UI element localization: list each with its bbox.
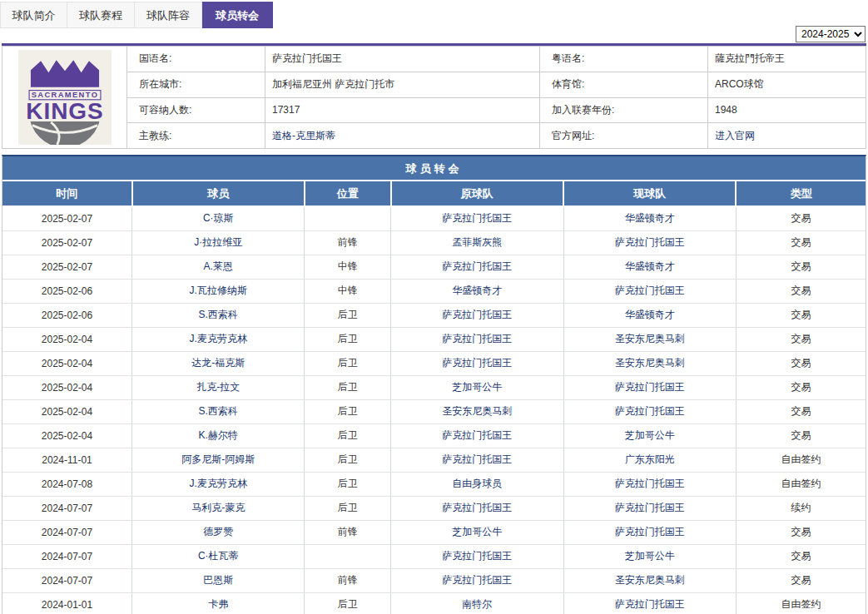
player-link[interactable]: A.莱恩 (204, 260, 233, 272)
team-logo-cell: SACRAMENTO KINGS (2, 47, 127, 149)
from-team-link[interactable]: 圣安东尼奥马刺 (442, 405, 512, 417)
to-team-link[interactable]: 圣安东尼奥马刺 (615, 574, 685, 586)
tab-球队阵容[interactable]: 球队阵容 (135, 2, 202, 28)
player-link[interactable]: S.西索科 (199, 309, 238, 320)
to-team-link[interactable]: 华盛顿奇才 (625, 260, 675, 272)
from-team-link[interactable]: 萨克拉门托国王 (442, 309, 512, 320)
team-info-row: 可容纳人数:17317加入联赛年份:1948 (2, 97, 866, 123)
from-team-link[interactable]: 孟菲斯灰熊 (452, 236, 502, 248)
cell-date: 2025-02-04 (2, 423, 132, 448)
to-team-link[interactable]: 圣安东尼奥马刺 (615, 357, 685, 369)
info-value: 加利福尼亚州 萨克拉门托市 (265, 72, 540, 97)
cell-to-team: 广东东阳光 (563, 448, 736, 472)
to-team-link[interactable]: 萨克拉门托国王 (615, 478, 685, 489)
transfers-title: 球员转会 (2, 156, 866, 181)
player-link[interactable]: 德罗赞 (203, 526, 233, 537)
from-team-link[interactable]: 萨克拉门托国王 (442, 574, 512, 586)
player-link[interactable]: K.赫尔特 (199, 429, 238, 441)
to-team-link[interactable]: 萨克拉门托国王 (615, 598, 685, 610)
player-link[interactable]: C·杜瓦蒂 (198, 550, 239, 562)
cell-player: 达龙-福克斯 (132, 351, 305, 375)
player-link[interactable]: J.麦克劳克林 (190, 478, 247, 489)
from-team-link[interactable]: 自由身球员 (452, 478, 502, 489)
table-row: 2025-02-07J·拉拉维亚前锋孟菲斯灰熊萨克拉门托国王交易 (2, 230, 866, 255)
from-team-link[interactable]: 南特尔 (462, 598, 492, 610)
from-team-link[interactable]: 萨克拉门托国王 (442, 212, 512, 224)
tab-球队赛程[interactable]: 球队赛程 (67, 2, 135, 28)
cell-type: 交易 (736, 351, 866, 375)
to-team-link[interactable]: 萨克拉门托国王 (615, 381, 685, 393)
table-row: 2025-02-04扎克-拉文后卫芝加哥公牛萨克拉门托国王交易 (2, 375, 866, 399)
transfers-table: 时间球员位置原球队现球队类型 2025-02-07C·琼斯萨克拉门托国王华盛顿奇… (2, 181, 866, 614)
to-team-link[interactable]: 圣安东尼奥马刺 (615, 333, 685, 344)
player-link[interactable]: 阿多尼斯-阿姆斯 (181, 453, 255, 465)
player-link[interactable]: J·拉拉维亚 (194, 236, 242, 248)
to-team-link[interactable]: 芝加哥公牛 (625, 429, 675, 441)
player-link[interactable]: C·琼斯 (203, 212, 234, 224)
cell-player: J·拉拉维亚 (132, 230, 305, 255)
cell-player: 巴恩斯 (132, 568, 305, 592)
to-team-link[interactable]: 广东东阳光 (625, 453, 675, 465)
info-value: 17317 (265, 97, 540, 123)
from-team-link[interactable]: 萨克拉门托国王 (442, 550, 512, 562)
cell-type: 交易 (736, 544, 866, 568)
to-team-link[interactable]: 芝加哥公牛 (625, 550, 675, 562)
cell-to-team: 圣安东尼奥马刺 (563, 351, 736, 375)
from-team-link[interactable]: 芝加哥公牛 (452, 381, 502, 393)
to-team-link[interactable]: 萨克拉门托国王 (615, 285, 685, 296)
info-value: 1948 (708, 97, 866, 123)
cell-position: 前锋 (305, 520, 391, 544)
player-link[interactable]: 马利克-蒙克 (191, 502, 245, 513)
player-link[interactable]: S.西索科 (199, 405, 238, 417)
table-row: 2024-07-08J.麦克劳克林后卫自由身球员萨克拉门托国王自由签约 (2, 472, 866, 496)
info-label: 可容纳人数: (127, 97, 265, 123)
team-info-row: SACRAMENTO KINGS 国语名:萨克拉门托国王粤语名:薩克拉門托帝王 (2, 47, 866, 72)
from-team-link[interactable]: 萨克拉门托国王 (442, 502, 512, 513)
from-team-link[interactable]: 萨克拉门托国王 (442, 333, 512, 344)
cell-to-team: 萨克拉门托国王 (563, 399, 736, 423)
player-link[interactable]: 卡弗 (208, 598, 228, 610)
player-link[interactable]: J.瓦拉修纳斯 (190, 285, 247, 296)
cell-from-team: 萨克拉门托国王 (391, 206, 563, 230)
cell-position: 后卫 (305, 351, 391, 375)
info-label: 加入联赛年份: (540, 97, 708, 123)
table-row: 2025-02-07C·琼斯萨克拉门托国王华盛顿奇才交易 (2, 206, 866, 230)
to-team-link[interactable]: 华盛顿奇才 (625, 212, 675, 224)
season-select[interactable]: 2024-2025 (796, 26, 866, 42)
cell-from-team: 萨克拉门托国王 (391, 423, 563, 448)
team-info-panel: SACRAMENTO KINGS 国语名:萨克拉门托国王粤语名:薩克拉門托帝王所… (2, 43, 866, 149)
tab-球员转会[interactable]: 球员转会 (202, 2, 273, 28)
to-team-link[interactable]: 萨克拉门托国王 (615, 502, 685, 513)
from-team-link[interactable]: 萨克拉门托国王 (442, 429, 512, 441)
from-team-link[interactable]: 华盛顿奇才 (452, 285, 502, 296)
to-team-link[interactable]: 萨克拉门托国王 (615, 526, 685, 537)
player-link[interactable]: 达龙-福克斯 (191, 357, 245, 369)
from-team-link[interactable]: 萨克拉门托国王 (442, 357, 512, 369)
from-team-link[interactable]: 萨克拉门托国王 (442, 453, 512, 465)
cell-date: 2025-02-04 (2, 351, 132, 375)
player-link[interactable]: 巴恩斯 (203, 574, 233, 586)
table-row: 2024-07-07C·杜瓦蒂萨克拉门托国王芝加哥公牛交易 (2, 544, 866, 568)
player-link[interactable]: J.麦克劳克林 (190, 333, 247, 344)
tab-球队简介[interactable]: 球队简介 (0, 2, 67, 28)
cell-player: J.麦克劳克林 (132, 327, 305, 351)
cell-position: 后卫 (305, 472, 391, 496)
from-team-link[interactable]: 萨克拉门托国王 (442, 260, 512, 272)
cell-to-team: 萨克拉门托国王 (563, 592, 736, 614)
to-team-link[interactable]: 萨克拉门托国王 (615, 405, 685, 417)
info-value: 萨克拉门托国王 (265, 47, 540, 72)
cell-from-team: 萨克拉门托国王 (391, 327, 563, 351)
player-link[interactable]: 扎克-拉文 (196, 381, 240, 393)
svg-text:KINGS: KINGS (26, 98, 103, 124)
cell-player: 马利克-蒙克 (132, 496, 305, 520)
to-team-link[interactable]: 萨克拉门托国王 (615, 236, 685, 248)
cell-player: 阿多尼斯-阿姆斯 (132, 448, 305, 472)
to-team-link[interactable]: 华盛顿奇才 (625, 309, 675, 320)
info-value-link[interactable]: 道格-克里斯蒂 (272, 130, 335, 141)
cell-from-team: 萨克拉门托国王 (391, 448, 563, 472)
cell-from-team: 萨克拉门托国王 (391, 568, 563, 592)
from-team-link[interactable]: 芝加哥公牛 (452, 526, 502, 537)
cell-date: 2024-07-07 (2, 568, 132, 592)
cell-position: 后卫 (305, 423, 391, 448)
info-value-link[interactable]: 进入官网 (715, 130, 755, 141)
